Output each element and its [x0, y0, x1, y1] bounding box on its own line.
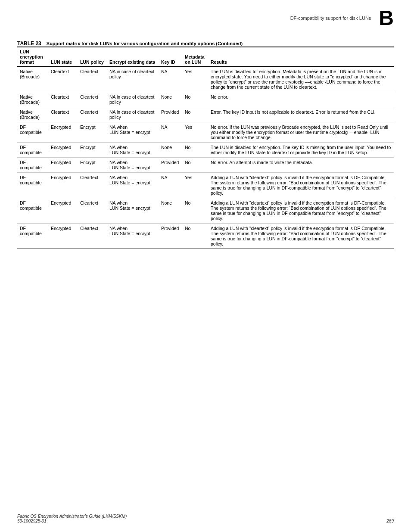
- cell-lun-policy: Cleartext: [78, 107, 107, 122]
- main-table: LUNencryptionformat LUN state LUN policy…: [17, 47, 394, 249]
- cell-key-id: Provided: [159, 224, 182, 249]
- cell-key-id: Provided: [159, 158, 182, 173]
- cell-key-id: NA: [159, 122, 182, 143]
- cell-lun-state: Encrypted: [48, 158, 78, 173]
- cell-metadata: No: [182, 92, 208, 107]
- footer-page-number: 269: [386, 519, 394, 523]
- footer-left: Fabric OS Encryption Administrator’s Gui…: [17, 514, 127, 523]
- cell-metadata: No: [182, 224, 208, 249]
- col-header-lun-policy: LUN policy: [78, 47, 107, 67]
- table-row: Native (Brocade)CleartextCleartextNA in …: [17, 92, 394, 107]
- col-header-lun-state: LUN state: [48, 47, 78, 67]
- main-content: TABLE 23 Support matrix for disk LUNs fo…: [0, 32, 411, 266]
- cell-lun-state: Encrypted: [48, 173, 78, 198]
- col-header-key-id: Key ID: [159, 47, 182, 67]
- cell-key-id: NA: [159, 173, 182, 198]
- cell-results: Adding a LUN with “cleartext” policy is …: [208, 198, 394, 224]
- table-row: DF compatibleEncryptedCleartextNA when L…: [17, 198, 394, 224]
- cell-lun-state: Cleartext: [48, 92, 78, 107]
- cell-encrypt-data: NA when LUN State = encrypt: [107, 173, 159, 198]
- table-row: DF compatibleEncryptedEncryptNA when LUN…: [17, 122, 394, 143]
- cell-results: Adding a LUN with “cleartext” policy is …: [208, 173, 394, 198]
- cell-lun-policy: Encrypt: [78, 143, 107, 158]
- cell-metadata: No: [182, 143, 208, 158]
- cell-lun-policy: Cleartext: [78, 67, 107, 92]
- cell-metadata: Yes: [182, 122, 208, 143]
- cell-encrypt-data: NA when LUN State = encrypt: [107, 158, 159, 173]
- cell-lun-state: Cleartext: [48, 107, 78, 122]
- cell-results: No error. An attempt is made to write th…: [208, 158, 394, 173]
- cell-metadata: Yes: [182, 67, 208, 92]
- cell-results: Adding a LUN with “cleartext” policy is …: [208, 224, 394, 249]
- cell-metadata: No: [182, 158, 208, 173]
- cell-metadata: No: [182, 107, 208, 122]
- page-header: DF-compatibility support for disk LUNs B: [0, 0, 411, 32]
- cell-key-id: None: [159, 92, 182, 107]
- cell-lun-policy: Cleartext: [78, 224, 107, 249]
- cell-encrypt-data: NA when LUN State = encrypt: [107, 198, 159, 224]
- cell-lun-enc: Native (Brocade): [17, 92, 48, 107]
- header-title: DF-compatibility support for disk LUNs: [290, 16, 371, 21]
- col-header-results: Results: [208, 47, 394, 67]
- col-header-metadata: Metadataon LUN: [182, 47, 208, 67]
- table-row: DF compatibleEncryptedCleartextNA when L…: [17, 173, 394, 198]
- table-title-row: TABLE 23 Support matrix for disk LUNs fo…: [17, 40, 394, 47]
- table-row: Native (Brocade)CleartextCleartextNA in …: [17, 67, 394, 92]
- cell-lun-state: Encrypted: [48, 198, 78, 224]
- table-label: TABLE 23: [17, 40, 41, 47]
- cell-lun-policy: Encrypt: [78, 122, 107, 143]
- cell-results: Error. The key ID input is not applicabl…: [208, 107, 394, 122]
- cell-results: The LUN is disabled for encryption. Meta…: [208, 67, 394, 92]
- cell-lun-enc: DF compatible: [17, 143, 48, 158]
- cell-encrypt-data: NA in case of cleartext policy: [107, 107, 159, 122]
- cell-encrypt-data: NA when LUN State = encrypt: [107, 122, 159, 143]
- col-header-lun-enc: LUNencryptionformat: [17, 47, 48, 67]
- cell-lun-enc: DF compatible: [17, 173, 48, 198]
- cell-encrypt-data: NA in case of cleartext policy: [107, 92, 159, 107]
- page-footer: Fabric OS Encryption Administrator’s Gui…: [17, 514, 394, 523]
- cell-key-id: None: [159, 198, 182, 224]
- cell-results: The LUN is disabled for encryption. The …: [208, 143, 394, 158]
- footer-left-line2: 53-1002925-01: [17, 519, 127, 523]
- cell-lun-policy: Encrypt: [78, 158, 107, 173]
- cell-key-id: NA: [159, 67, 182, 92]
- table-caption: Support matrix for disk LUNs for various…: [47, 41, 243, 46]
- cell-lun-policy: Cleartext: [78, 198, 107, 224]
- cell-lun-enc: DF compatible: [17, 158, 48, 173]
- footer-left-line1: Fabric OS Encryption Administrator’s Gui…: [17, 514, 127, 519]
- cell-encrypt-data: NA in case of cleartext policy: [107, 67, 159, 92]
- cell-lun-enc: DF compatible: [17, 198, 48, 224]
- table-row: Native (Brocade)CleartextCleartextNA in …: [17, 107, 394, 122]
- cell-encrypt-data: NA when LUN State = encrypt: [107, 224, 159, 249]
- cell-metadata: No: [182, 198, 208, 224]
- cell-lun-state: Cleartext: [48, 67, 78, 92]
- cell-metadata: Yes: [182, 173, 208, 198]
- cell-lun-policy: Cleartext: [78, 173, 107, 198]
- cell-lun-enc: Native (Brocade): [17, 107, 48, 122]
- chapter-letter: B: [379, 8, 394, 28]
- table-row: DF compatibleEncryptedCleartextNA when L…: [17, 224, 394, 249]
- cell-lun-policy: Cleartext: [78, 92, 107, 107]
- cell-key-id: None: [159, 143, 182, 158]
- cell-lun-enc: DF compatible: [17, 122, 48, 143]
- table-row: DF compatibleEncryptedEncryptNA when LUN…: [17, 143, 394, 158]
- col-header-encrypt-data: Encrypt existing data: [107, 47, 159, 67]
- cell-lun-enc: Native (Brocade): [17, 67, 48, 92]
- cell-key-id: Provided: [159, 107, 182, 122]
- cell-lun-state: Encrypted: [48, 122, 78, 143]
- cell-lun-enc: DF compatible: [17, 224, 48, 249]
- cell-results: No error.: [208, 92, 394, 107]
- table-row: DF compatibleEncryptedEncryptNA when LUN…: [17, 158, 394, 173]
- cell-lun-state: Encrypted: [48, 143, 78, 158]
- cell-encrypt-data: NA when LUN State = encrypt: [107, 143, 159, 158]
- cell-lun-state: Encrypted: [48, 224, 78, 249]
- cell-results: No error. If the LUN was previously Broc…: [208, 122, 394, 143]
